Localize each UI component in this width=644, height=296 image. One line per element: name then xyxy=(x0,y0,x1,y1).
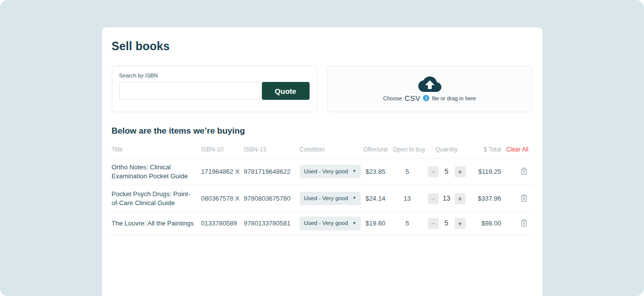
page-title: Sell books xyxy=(112,40,533,53)
info-icon[interactable]: i xyxy=(423,95,429,101)
search-row: Quote xyxy=(119,82,310,100)
csv-upload-dropzone[interactable]: Choose CSV i file or drag in here xyxy=(327,66,533,112)
column-header-total: $ Total xyxy=(472,142,505,158)
upload-csv-text: CSV xyxy=(404,94,420,102)
decrease-quantity-button[interactable]: − xyxy=(428,166,439,177)
chevron-down-icon: ▼ xyxy=(352,169,356,174)
condition-select[interactable]: Used - Very good ▼ xyxy=(300,217,361,230)
delete-row-button[interactable] xyxy=(519,218,529,228)
cloud-upload-icon xyxy=(418,75,442,92)
column-header-condition: Condition xyxy=(300,142,362,158)
isbn13-value: 9780803675780 xyxy=(244,185,300,212)
table-header-row: Title ISBN-10 ISBN-13 Condition Offer/un… xyxy=(112,142,533,158)
condition-value: Used - Very good xyxy=(304,220,348,227)
upload-rest-text: file or drag in here xyxy=(432,95,476,101)
column-header-title: Title xyxy=(112,142,201,158)
isbn13-value: 9780133780581 xyxy=(244,212,300,235)
clear-all-link[interactable]: Clear All xyxy=(506,146,529,153)
column-header-clear-all: Clear All xyxy=(505,142,533,158)
table-row: Pocket Psych Drugs: Point-of-Care Clinic… xyxy=(112,185,533,212)
quantity-value: 5 xyxy=(442,167,451,176)
book-title: Pocket Psych Drugs: Point-of-Care Clinic… xyxy=(112,185,201,212)
column-header-open-to-buy: Open to buy xyxy=(393,142,426,158)
items-heading: Below are the items we’re buying xyxy=(112,126,533,136)
book-title: The Louvre: All the Paintings xyxy=(112,212,201,235)
quote-button[interactable]: Quote xyxy=(262,82,310,100)
delete-row-button[interactable] xyxy=(519,193,529,203)
offer-unit-value: $24.14 xyxy=(362,185,393,212)
open-to-buy-value: 13 xyxy=(393,185,426,212)
chevron-down-icon: ▼ xyxy=(352,196,356,201)
trash-icon xyxy=(520,194,528,202)
quantity-value: 13 xyxy=(442,194,451,203)
quantity-stepper: − 5 + xyxy=(428,166,466,177)
open-to-buy-value: 5 xyxy=(393,158,426,185)
decrease-quantity-button[interactable]: − xyxy=(428,193,439,204)
condition-select[interactable]: Used - Very good ▼ xyxy=(300,165,361,179)
book-title: Ortho Notes: Clinical Examination Pocket… xyxy=(112,158,201,185)
trash-icon xyxy=(520,219,528,227)
isbn10-value: 080367578 X xyxy=(201,185,244,212)
row-total: $119.25 xyxy=(472,158,505,185)
condition-value: Used - Very good xyxy=(304,195,348,203)
column-header-offer-unit: Offer/unit xyxy=(362,142,393,158)
top-panels: Search by ISBN Quote Choose CSV i file o… xyxy=(112,66,533,112)
search-by-isbn-panel: Search by ISBN Quote xyxy=(112,66,317,112)
isbn13-value: 9781719648622 xyxy=(244,158,300,185)
quantity-stepper: − 5 + xyxy=(428,218,466,229)
row-total: $98.00 xyxy=(472,212,505,235)
sell-books-card: Sell books Search by ISBN Quote Choose C… xyxy=(102,27,543,296)
condition-select[interactable]: Used - Very good ▼ xyxy=(300,192,361,206)
quantity-value: 5 xyxy=(442,219,451,228)
isbn10-value: 171964862 X xyxy=(201,158,244,185)
trash-icon xyxy=(520,167,528,175)
search-label: Search by ISBN xyxy=(119,73,310,78)
column-header-isbn10: ISBN-10 xyxy=(201,142,244,158)
quantity-stepper: − 13 + xyxy=(428,193,466,204)
increase-quantity-button[interactable]: + xyxy=(455,218,466,229)
open-to-buy-value: 5 xyxy=(393,212,426,235)
page-background: Sell books Search by ISBN Quote Choose C… xyxy=(0,0,644,296)
row-total: $337.96 xyxy=(472,185,505,212)
delete-row-button[interactable] xyxy=(519,166,529,176)
table-row: Ortho Notes: Clinical Examination Pocket… xyxy=(112,158,533,185)
column-header-quantity: Quantity xyxy=(426,142,472,158)
isbn10-value: 0133780589 xyxy=(201,212,244,235)
buy-items-table: Title ISBN-10 ISBN-13 Condition Offer/un… xyxy=(112,142,533,235)
increase-quantity-button[interactable]: + xyxy=(455,193,466,204)
upload-choose-text: Choose xyxy=(383,95,402,101)
column-header-isbn13: ISBN-13 xyxy=(244,142,300,158)
offer-unit-value: $23.85 xyxy=(362,158,393,185)
isbn-search-input[interactable] xyxy=(119,82,262,100)
increase-quantity-button[interactable]: + xyxy=(455,166,466,177)
condition-value: Used - Very good xyxy=(304,168,348,176)
table-row: The Louvre: All the Paintings 0133780589… xyxy=(112,212,533,235)
chevron-down-icon: ▼ xyxy=(352,221,356,226)
offer-unit-value: $19.60 xyxy=(362,212,393,235)
upload-instruction: Choose CSV i file or drag in here xyxy=(383,94,476,102)
decrease-quantity-button[interactable]: − xyxy=(428,218,439,229)
